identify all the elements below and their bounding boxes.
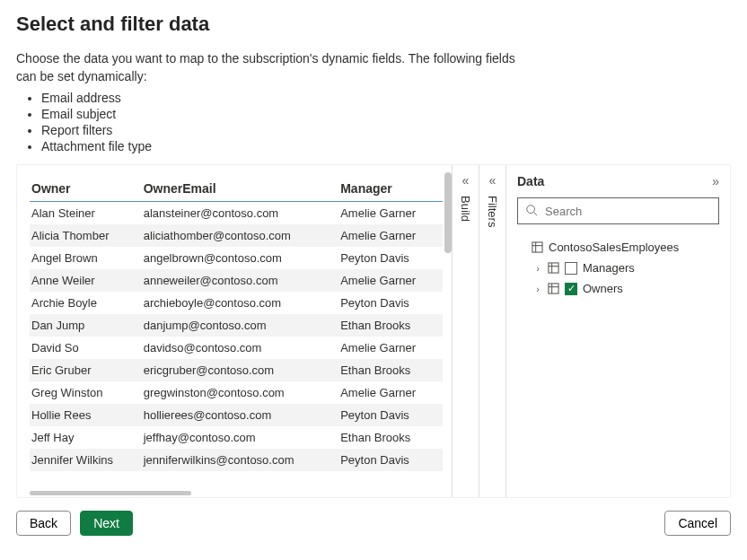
tree-table-node[interactable]: ›✓Owners (517, 278, 719, 299)
table-cell: anneweiler@contoso.com (142, 269, 338, 292)
table-row[interactable]: David Sodavidso@contoso.comAmelie Garner (30, 337, 443, 359)
data-grid-pane: OwnerOwnerEmailManager Alan Steineralans… (17, 165, 452, 497)
table-cell: Peyton Davis (338, 292, 443, 314)
fields-list: Email addressEmail subjectReport filters… (41, 89, 731, 155)
expand-icon[interactable]: » (712, 174, 719, 188)
table-row[interactable]: Hollie Reeshollierees@contoso.comPeyton … (30, 404, 443, 426)
table-row[interactable]: Jennifer Wilkinsjenniferwilkins@contoso.… (30, 449, 443, 471)
table-cell: Alicia Thomber (30, 224, 142, 247)
table-cell: Amelie Garner (338, 224, 443, 247)
filters-rail[interactable]: « Filters (479, 165, 505, 497)
table-row[interactable]: Eric Gruberericgruber@contoso.comEthan B… (30, 359, 443, 381)
table-cell: Ethan Brooks (338, 359, 443, 381)
table-cell: Greg Winston (30, 381, 142, 404)
table-row[interactable]: Archie Boylearchieboyle@contoso.comPeyto… (30, 292, 443, 314)
tree-table-label: Managers (583, 261, 635, 275)
table-cell: Eric Gruber (30, 359, 142, 381)
svg-rect-2 (532, 242, 542, 252)
table-cell: Peyton Davis (338, 247, 443, 269)
horizontal-scrollbar[interactable] (30, 491, 191, 495)
table-cell: Amelie Garner (338, 337, 443, 359)
table-cell: Ethan Brooks (338, 314, 443, 337)
dataset-node[interactable]: › ContosoSalesEmployees (517, 237, 719, 258)
table-cell: Dan Jump (30, 314, 142, 337)
table-row[interactable]: Jeff Hayjeffhay@contoso.comEthan Brooks (30, 426, 443, 449)
column-header[interactable]: OwnerEmail (142, 178, 338, 202)
table-row[interactable]: Greg Winstongregwinston@contoso.comAmeli… (30, 381, 443, 404)
tree-table-label: Owners (583, 282, 623, 295)
table-icon (548, 283, 559, 294)
table-cell: alansteiner@contoso.com (142, 202, 338, 225)
checkbox[interactable]: ✓ (565, 283, 577, 295)
svg-line-1 (534, 212, 538, 215)
filters-rail-label: Filters (486, 196, 499, 227)
table-cell: Peyton Davis (338, 404, 443, 426)
table-cell: David So (30, 337, 142, 359)
svg-point-0 (527, 205, 535, 213)
field-list-item: Email subject (41, 107, 731, 121)
svg-rect-8 (549, 284, 558, 293)
data-grid: OwnerOwnerEmailManager Alan Steineralans… (30, 178, 443, 471)
table-cell: Amelie Garner (338, 381, 443, 404)
data-tree: › ContosoSalesEmployees ›Managers›✓Owner… (517, 237, 719, 299)
table-cell: davidso@contoso.com (142, 337, 338, 359)
dataset-label: ContosoSalesEmployees (549, 241, 679, 254)
data-pane: Data » › ContosoSalesEmployees ›Managers… (505, 165, 730, 497)
footer-buttons: Back Next Cancel (16, 511, 731, 536)
table-cell: aliciathomber@contoso.com (142, 224, 338, 247)
collapse-icon: « (462, 174, 470, 187)
search-box[interactable] (517, 197, 719, 224)
table-row[interactable]: Alicia Thomberaliciathomber@contoso.comA… (30, 224, 443, 247)
table-row[interactable]: Alan Steineralansteiner@contoso.comAmeli… (30, 202, 443, 225)
table-cell: angelbrown@contoso.com (142, 247, 338, 269)
table-cell: Amelie Garner (338, 269, 443, 292)
cancel-button[interactable]: Cancel (664, 511, 731, 536)
next-button[interactable]: Next (80, 511, 133, 536)
table-cell: Ethan Brooks (338, 426, 443, 449)
table-cell: hollierees@contoso.com (142, 404, 338, 426)
data-pane-title: Data (517, 174, 544, 188)
back-button[interactable]: Back (16, 511, 71, 536)
field-list-item: Report filters (41, 123, 731, 137)
table-cell: Amelie Garner (338, 202, 443, 225)
table-icon (548, 262, 559, 274)
intro-text: Choose the data you want to map to the s… (16, 50, 537, 85)
search-input[interactable] (543, 204, 711, 219)
table-row[interactable]: Dan Jumpdanjump@contoso.comEthan Brooks (30, 314, 443, 337)
table-icon (532, 241, 543, 253)
table-cell: Peyton Davis (338, 449, 443, 471)
table-cell: Hollie Rees (30, 404, 142, 426)
table-cell: jeffhay@contoso.com (142, 426, 338, 449)
build-rail[interactable]: « Build (452, 165, 479, 497)
collapse-icon: « (489, 174, 497, 187)
tree-table-node[interactable]: ›Managers (517, 258, 719, 278)
field-list-item: Email address (41, 91, 731, 105)
table-cell: Angel Brown (30, 247, 142, 269)
column-header[interactable]: Owner (30, 178, 142, 202)
table-cell: ericgruber@contoso.com (142, 359, 338, 381)
page-title: Select and filter data (16, 13, 731, 36)
table-row[interactable]: Anne Weileranneweiler@contoso.comAmelie … (30, 269, 443, 292)
checkbox[interactable] (565, 262, 577, 275)
table-cell: Jeff Hay (30, 426, 142, 449)
table-cell: Jennifer Wilkins (30, 449, 142, 471)
workspace: OwnerOwnerEmailManager Alan Steineralans… (16, 164, 731, 498)
table-header-row: OwnerOwnerEmailManager (30, 178, 443, 202)
vertical-scrollbar[interactable] (444, 172, 452, 497)
field-list-item: Attachment file type (41, 139, 731, 153)
chevron-right-icon: › (533, 284, 542, 294)
table-cell: gregwinston@contoso.com (142, 381, 338, 404)
table-cell: jenniferwilkins@contoso.com (142, 449, 338, 471)
table-cell: danjump@contoso.com (142, 314, 338, 337)
svg-rect-5 (549, 263, 558, 273)
table-cell: Anne Weiler (30, 269, 142, 292)
build-rail-label: Build (459, 196, 472, 222)
table-cell: Alan Steiner (30, 202, 142, 225)
table-cell: Archie Boyle (30, 292, 142, 314)
column-header[interactable]: Manager (338, 178, 443, 202)
search-icon (525, 204, 538, 219)
chevron-right-icon: › (533, 263, 542, 274)
table-row[interactable]: Angel Brownangelbrown@contoso.comPeyton … (30, 247, 443, 269)
table-cell: archieboyle@contoso.com (142, 292, 338, 314)
